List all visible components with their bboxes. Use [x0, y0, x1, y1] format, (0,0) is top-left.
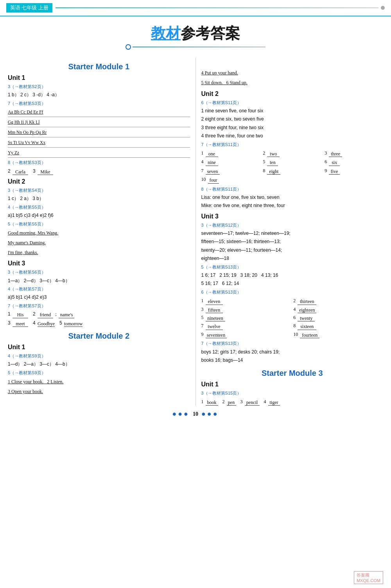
page-title: 教材参考答案	[151, 23, 240, 43]
header-dot	[381, 6, 385, 10]
unit2-answers: 3（→教材第S4页） 1 c） 2 a） 3 b） 4（→教材第S5页） a)1…	[8, 186, 190, 257]
hw-line-1: Good morning, Mrs Wang.	[8, 229, 190, 238]
title-rest: 参考答案	[181, 25, 240, 41]
watermark-line1: 答案圈	[357, 572, 380, 578]
page-header: 英语 七年级 上册	[0, 0, 391, 16]
m2-unit-1-heading: Unit 1	[8, 344, 190, 351]
footer-dots-right: ●●●	[201, 410, 219, 418]
hw-line-2: My name's Daming.	[8, 238, 190, 247]
m2-unit2-heading: Unit 2	[201, 90, 384, 97]
title-circle	[126, 44, 131, 50]
footer-dots-left: ●●●	[172, 410, 190, 418]
page-title-section: 教材参考答案	[0, 16, 391, 54]
m2-hw-2: 3 Open your book.	[8, 387, 190, 396]
number-grid: 1 one 2 two 3 three 4 nine 5 ten 6 six 7…	[201, 149, 384, 175]
alphabet-grid: Aa Bb Cc Dd Ee Ff Gg Hh Ii Jj Kk Ll Mm N…	[8, 108, 190, 158]
right-column: 4 Put up your hand. 5 Sit down. 6 Stand …	[196, 58, 384, 406]
m2-unit3-heading: Unit 3	[201, 213, 384, 220]
watermark: 答案圈 MXQE.COM	[354, 571, 383, 584]
unit-3-heading: Unit 3	[8, 260, 190, 267]
m2-unit1-answers: 4（→教材第S9页） 1—d） 2—a） 3—c） 4—b） 5（→教材第S9页…	[8, 352, 190, 396]
module-heading-3: Starter Module 3	[201, 369, 384, 378]
unit-2-heading: Unit 2	[8, 178, 190, 185]
m3-unit1-heading: Unit 1	[201, 381, 384, 388]
title-jiaocai: 教材	[151, 25, 181, 41]
module-heading-1: Starter Module 1	[8, 62, 190, 71]
content-area: Starter Module 1 Unit 1 3（→教材第S2页） 1 b） …	[0, 54, 391, 410]
hw-sit: 5 Sit down. 6 Stand up.	[201, 78, 384, 87]
module-heading-2: Starter Module 2	[8, 332, 190, 341]
unit1-answers: 3（→教材第S2页） 1 b） 2 c） 3 -d） 4 -a） 7（→教材第S…	[8, 83, 190, 175]
grade-badge: 英语 七年级 上册	[6, 3, 52, 13]
title-line	[133, 47, 265, 47]
page-number: 10	[193, 411, 198, 417]
continued-unit1: 4 Put up your hand. 5 Sit down. 6 Stand …	[201, 69, 384, 87]
header-line	[56, 7, 379, 8]
m2-unit3-answers: 3（→教材第S12页） seventeen—17; twelve—12; nin…	[201, 221, 384, 364]
watermark-line2: MXQE.COM	[357, 578, 380, 583]
number-words-grid: 1 eleven 2 thirteen 3 fifteen 4 eighteen…	[201, 297, 384, 338]
title-decoration	[0, 44, 391, 50]
m2-unit2-answers: 6（→教材第S11页） 1 nine seven five, one four …	[201, 99, 384, 210]
m2-hw-1: 1 Close your book. 2 Listen.	[8, 377, 190, 386]
hw-line-3: I'm fine, thanks.	[8, 248, 190, 257]
unit3-answers: 3（→教材第S6页） 1—a） 2—d） 3—c） 4—b） 4（→教材第S7页…	[8, 268, 190, 327]
unit-1-heading: Unit 1	[8, 74, 190, 81]
left-column: Starter Module 1 Unit 1 3（→教材第S2页） 1 b） …	[8, 58, 196, 406]
page-footer: ●●● 10 ●●●	[0, 403, 391, 421]
hw-put: 4 Put up your hand.	[201, 69, 384, 78]
